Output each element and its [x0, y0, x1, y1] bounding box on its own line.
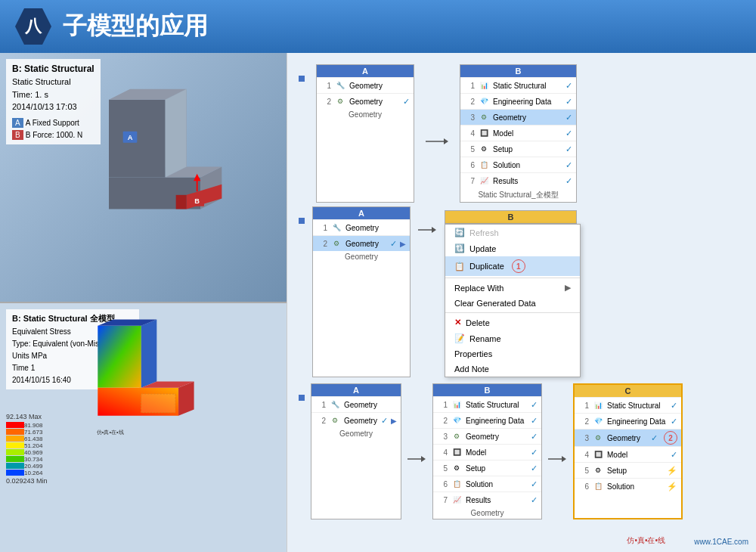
- context-menu: 🔄 Refresh 🔃 Update 📋 Duplicate 1 Rep: [445, 224, 581, 377]
- model-icon-c4: 🔲: [592, 448, 604, 461]
- setup-text-c5: Setup: [607, 467, 664, 475]
- geo-text-ab1: Geometry: [344, 401, 397, 409]
- menu-delete[interactable]: ✕ Delete: [445, 315, 580, 330]
- bottom-arrow-indicator: ▶: [391, 417, 397, 425]
- box-a-top: A 1 🔧 Geometry 2 ⚙ Geometry ✓ Geometry: [316, 64, 414, 203]
- arrow-svg-top: [426, 137, 448, 146]
- model-icon-b4: 🔲: [451, 446, 463, 458]
- box-a-bottom: A 1 🔧 Geometry 2 ⚙ Geometry ✓ ▶ Geometry: [311, 383, 401, 519]
- menu-add-note[interactable]: Add Note: [445, 361, 580, 377]
- geo-icon-ab1: 🔧: [329, 398, 341, 411]
- stress-top-right: [141, 319, 157, 387]
- menu-clear-data[interactable]: Clear Generated Data: [445, 296, 580, 311]
- bot-arrow-ab: [407, 383, 426, 519]
- menu-properties[interactable]: Properties: [445, 346, 580, 361]
- box-a-bot-header: A: [311, 384, 401, 396]
- svg-marker-1: [444, 138, 448, 144]
- box-a-middle: A 1 🔧 Geometry 2 ⚙ Geometry ✓ ▶ Geometry: [312, 206, 411, 377]
- box-c-bot-r4: 4 🔲 Model ✓: [575, 446, 681, 462]
- geo-circle-2: 2: [664, 431, 677, 445]
- connector-arrow-top: [426, 64, 448, 203]
- geo-text-b3: Geometry: [493, 113, 562, 122]
- geo-text-am1: Geometry: [345, 224, 406, 232]
- model-text-b4: Model: [466, 448, 528, 457]
- menu-rename[interactable]: 📝 Rename: [445, 330, 580, 346]
- top-3d-view: B: Static Structural Static Structural T…: [0, 53, 287, 303]
- clear-label: Clear Generated Data: [454, 299, 536, 308]
- duplicate-label: Duplicate: [469, 262, 504, 271]
- add-note-label: Add Note: [454, 364, 489, 374]
- color-71: 71.673: [6, 429, 24, 435]
- setup-icon-1: ⚙: [478, 143, 490, 155]
- arrow-svg-mid: [418, 225, 437, 234]
- bot-arrow-bc: [548, 383, 567, 519]
- submodel-region: [141, 394, 175, 413]
- geo-text-b3b: Geometry: [466, 433, 528, 441]
- box-b-top-header: B: [460, 65, 576, 77]
- arrow-indicator: ▶: [400, 240, 406, 248]
- duplicate-icon: 📋: [454, 262, 465, 271]
- box-a-bot-footer: Geometry: [311, 428, 401, 439]
- box-b-bot-r4: 4 🔲 Model ✓: [433, 444, 541, 460]
- menu-duplicate[interactable]: 📋 Duplicate 1: [445, 256, 580, 276]
- ed-icon-c2: 💎: [592, 415, 604, 427]
- box-b-bottom: B 1 📊 Static Structural ✓ 2 💎 Engineerin…: [432, 383, 542, 519]
- sol-icon-b6: 📋: [451, 478, 463, 490]
- menu-replace-with[interactable]: Replace With ▶: [445, 280, 580, 296]
- bottom-3d-view: B: Static Structural 全模型 Equivalent Stre…: [0, 303, 287, 552]
- model-text-1: Model: [493, 129, 562, 138]
- solution-icon-1: 📋: [478, 159, 490, 171]
- shape-inner-face: [166, 89, 187, 178]
- duplicate-circle-1: 1: [512, 259, 525, 273]
- sol-text-b6: Solution: [466, 480, 528, 488]
- refresh-label: Refresh: [469, 228, 499, 237]
- setup-icon-b5: ⚙: [451, 462, 463, 474]
- top-row: A 1 🔧 Geometry 2 ⚙ Geometry ✓ Geometry: [299, 60, 745, 203]
- box-b-footer: Static Structural_全模型: [460, 188, 576, 202]
- right-panel: 1CAE.COM A 1 🔧 Geometry 2 ⚙ Geometry: [287, 53, 756, 552]
- box-b-bot-footer: Geometry: [433, 507, 541, 519]
- geo-icon-am2: ⚙: [330, 237, 342, 250]
- box-b-row4: 4 🔲 Model ✓: [460, 125, 576, 141]
- shape-red-front: [176, 195, 187, 209]
- svg-marker-5: [421, 456, 426, 462]
- setup-text-b5: Setup: [466, 464, 528, 473]
- box-c-bot-r1: 1 📊 Static Structural ✓: [575, 397, 681, 413]
- box-a-mid-row1: 1 🔧 Geometry: [313, 219, 410, 235]
- color-61: 61.438: [6, 436, 24, 442]
- ss-text-c1: Static Structural: [607, 402, 668, 410]
- box-c-bot-r2: 2 💎 Engineering Data ✓: [575, 413, 681, 429]
- middle-row: A 1 🔧 Geometry 2 ⚙ Geometry ✓ ▶ Geometry: [299, 206, 745, 377]
- mid-arrow-connector: [418, 206, 437, 377]
- menu-update[interactable]: 🔃 Update: [445, 240, 580, 256]
- box-a-mid-row2: 2 ⚙ Geometry ✓ ▶: [313, 235, 410, 251]
- geo-text-ab2: Geometry: [344, 417, 378, 425]
- eng-data-icon-1: 💎: [478, 95, 490, 107]
- menu-refresh[interactable]: 🔄 Refresh: [445, 225, 580, 240]
- menu-divider-1: [445, 278, 580, 278]
- geo-icon-c3: ⚙: [592, 432, 604, 444]
- res-icon-b7: 📈: [451, 494, 463, 506]
- color-81: 81.908: [6, 422, 24, 428]
- box-b-row5: 5 ⚙ Setup ✓: [460, 141, 576, 157]
- bottom-row: A 1 🔧 Geometry 2 ⚙ Geometry ✓ ▶ Geometry: [299, 383, 745, 519]
- sol-text-c6: Solution: [607, 482, 664, 491]
- row-text-geometry1: Geometry: [349, 82, 410, 90]
- mid-indicator: [299, 218, 305, 377]
- ss-icon-b1: 📊: [451, 398, 463, 411]
- static-icon-1: 📊: [478, 79, 490, 91]
- update-label: Update: [469, 244, 496, 253]
- ed-text-b2: Engineering Data: [466, 417, 528, 425]
- header-number: 八: [15, 8, 51, 45]
- indicator-dot: [299, 76, 305, 82]
- box-b-row7: 7 📈 Results ✓: [460, 172, 576, 188]
- setup-text-1: Setup: [493, 145, 562, 154]
- svg-marker-7: [562, 456, 566, 462]
- stress-model: 仿•真•在•线: [60, 311, 234, 477]
- context-menu-container: B 🔄 Refresh 🔃 Update 📋 Duplicate 1: [445, 210, 581, 377]
- geo-icon-ab2: ⚙: [329, 414, 341, 426]
- box-c-bottom: C 1 📊 Static Structural ✓ 2 💎 Engineerin…: [573, 383, 683, 519]
- box-a-bot-row2: 2 ⚙ Geometry ✓ ▶: [311, 412, 401, 428]
- row-text-geometry2: Geometry: [349, 98, 400, 106]
- box-b-row1: 1 📊 Static Structural ✓: [460, 77, 576, 93]
